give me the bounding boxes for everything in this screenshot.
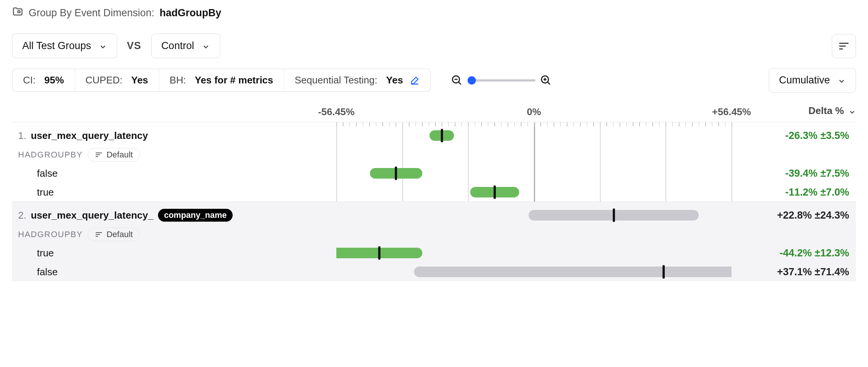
axis-label: -56.45%: [318, 106, 355, 118]
edit-icon[interactable]: [410, 76, 420, 85]
chevron-down-icon: [99, 42, 107, 50]
chevron-down-icon: [848, 107, 856, 114]
group-by-label: Group By Event Dimension:: [29, 7, 154, 19]
bh-setting[interactable]: BH: Yes for # metrics: [159, 69, 284, 91]
stats-settings-group[interactable]: CI: 95% CUPED: Yes BH: Yes for # metrics…: [12, 69, 431, 92]
point-estimate: [441, 129, 443, 142]
metric-pill: company_name: [158, 209, 233, 222]
folder-icon: [12, 6, 23, 20]
ci-bar: [429, 130, 454, 141]
delta-value: -44.2% ±12.3%: [732, 247, 856, 259]
control-label: Control: [161, 40, 194, 52]
point-estimate: [378, 246, 380, 260]
chevron-down-icon: [837, 76, 846, 85]
sort-mini-dropdown[interactable]: Default: [88, 148, 140, 162]
ci-setting[interactable]: CI: 95%: [12, 69, 75, 91]
ci-bar: [336, 248, 422, 258]
breakdown-label[interactable]: false: [12, 168, 336, 179]
breakdown-label[interactable]: false: [12, 266, 336, 278]
delta-value: +22.8% ±24.3%: [732, 210, 856, 221]
cumulative-label: Cumulative: [779, 74, 830, 86]
delta-header[interactable]: Delta %: [808, 105, 856, 117]
ci-plot: [336, 205, 732, 225]
axis-label: 0%: [527, 106, 541, 118]
axis-label: +56.45%: [712, 106, 751, 118]
zoom-in-icon[interactable]: [538, 73, 554, 88]
delta-value: -26.3% ±3.5%: [732, 130, 856, 142]
breakdown-label[interactable]: true: [12, 247, 336, 259]
delta-value: -11.2% ±7.0%: [732, 187, 856, 198]
point-estimate: [395, 167, 397, 180]
ci-plot: [336, 183, 732, 202]
point-estimate: [613, 208, 615, 222]
point-estimate: [494, 185, 496, 199]
ci-bar: [414, 267, 732, 277]
groupby-subheader: HADGROUPBY Default: [12, 228, 336, 241]
metric-title[interactable]: 1. user_mex_query_latency: [12, 130, 336, 142]
test-groups-dropdown[interactable]: All Test Groups: [12, 34, 117, 58]
ci-plot: [336, 164, 732, 183]
settings-row: CI: 95% CUPED: Yes BH: Yes for # metrics…: [12, 68, 856, 93]
vs-label: VS: [127, 40, 141, 52]
metric-title[interactable]: 2. user_mex_query_latency_ company_name: [12, 209, 336, 222]
group-by-value: hadGroupBy: [159, 7, 221, 19]
svg-rect-0: [18, 11, 20, 13]
zoom-group: [449, 73, 554, 88]
ci-bar: [470, 187, 519, 197]
sort-button[interactable]: [832, 34, 856, 58]
test-groups-label: All Test Groups: [22, 40, 91, 52]
groupby-subheader: HADGROUPBY Default: [12, 148, 336, 162]
page-title-row: Group By Event Dimension: hadGroupBy: [12, 6, 856, 23]
zoom-out-icon[interactable]: [449, 73, 465, 88]
chart-area: 1. user_mex_query_latency -26.3% ±3.5% H…: [12, 122, 856, 281]
chevron-down-icon: [202, 42, 210, 50]
axis-header: -56.45%0%+56.45% Delta %: [12, 99, 856, 122]
sequential-testing-setting[interactable]: Sequential Testing: Yes: [284, 69, 430, 91]
point-estimate: [663, 265, 665, 279]
ci-plot: [336, 262, 732, 281]
ci-plot: [336, 125, 732, 146]
breakdown-label[interactable]: true: [12, 187, 336, 198]
delta-value: +37.1% ±71.4%: [732, 266, 856, 278]
metric-group: 1. user_mex_query_latency -26.3% ±3.5% H…: [12, 122, 856, 202]
control-dropdown[interactable]: Control: [151, 34, 220, 58]
delta-value: -39.4% ±7.5%: [732, 168, 856, 179]
zoom-slider[interactable]: [468, 79, 535, 82]
ci-plot: [336, 244, 732, 262]
controls-row: All Test Groups VS Control: [12, 34, 856, 58]
ci-bar: [529, 210, 699, 221]
cumulative-dropdown[interactable]: Cumulative: [769, 68, 856, 93]
cuped-setting[interactable]: CUPED: Yes: [75, 69, 159, 91]
ci-bar: [370, 168, 422, 179]
sort-mini-dropdown[interactable]: Default: [88, 228, 140, 241]
metric-group: 2. user_mex_query_latency_ company_name …: [12, 202, 856, 281]
